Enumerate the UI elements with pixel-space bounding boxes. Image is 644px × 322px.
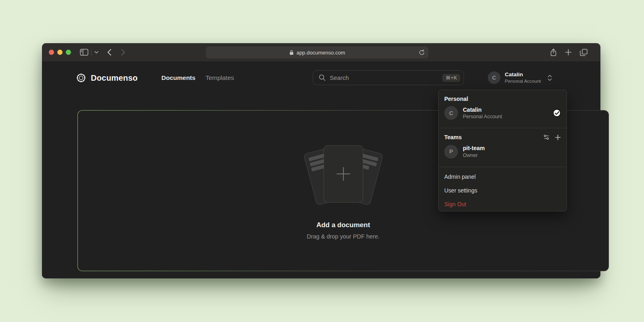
zoom-window-button[interactable] [66, 50, 71, 55]
menu-item-sign-out[interactable]: Sign Out [439, 197, 567, 211]
avatar: C [488, 71, 500, 84]
menu-item-user-settings[interactable]: User settings [439, 184, 567, 197]
app-content: Documenso Documents Templates Search ⌘+K… [42, 61, 600, 278]
documenso-logo-icon [76, 73, 86, 83]
account-subtitle: Personal Account [505, 78, 541, 84]
account-menu-button[interactable]: C Catalin Personal Account [488, 71, 552, 84]
browser-window: app.documenso.com [42, 43, 600, 278]
window-controls [49, 50, 71, 55]
minimize-window-button[interactable] [57, 50, 63, 55]
search-input[interactable]: Search ⌘+K [313, 70, 464, 85]
card-center [324, 145, 363, 203]
document-stack-illustration [299, 142, 388, 210]
account-dropdown-menu: Personal C Catalin Personal Account [438, 90, 567, 211]
manage-teams-icon[interactable] [543, 134, 550, 140]
selected-check-icon [553, 109, 561, 117]
tab-group-chevron-icon[interactable] [94, 51, 98, 54]
browser-toolbar: app.documenso.com [42, 43, 600, 61]
search-shortcut-badge: ⌘+K [442, 74, 460, 82]
add-team-icon[interactable] [555, 134, 561, 140]
menu-heading-personal: Personal [443, 95, 562, 102]
reload-icon[interactable] [419, 49, 425, 56]
search-placeholder: Search [330, 74, 442, 81]
plus-icon [335, 165, 352, 183]
forward-button[interactable] [121, 49, 125, 56]
menu-item-personal-account[interactable]: C Catalin Personal Account [443, 102, 562, 121]
personal-account-name: Catalin [463, 106, 502, 113]
app-header: Documenso Documents Templates Search ⌘+K… [76, 70, 567, 86]
tab-overview-icon[interactable] [580, 49, 588, 56]
nav-documents[interactable]: Documents [161, 74, 195, 82]
avatar: P [444, 145, 458, 159]
main-nav: Documents Templates [161, 70, 234, 86]
back-button[interactable] [107, 49, 111, 56]
chevrons-up-down-icon [548, 75, 552, 81]
menu-heading-teams: Teams [444, 134, 462, 140]
nav-templates[interactable]: Templates [205, 74, 234, 82]
share-icon[interactable] [550, 48, 557, 56]
menu-item-admin-panel[interactable]: Admin panel [439, 170, 567, 184]
address-text: app.documenso.com [297, 50, 345, 56]
toolbar-divider [91, 49, 92, 56]
sidebar-toggle-icon[interactable] [80, 49, 88, 56]
team-role: Owner [463, 152, 485, 159]
personal-account-subtitle: Personal Account [463, 113, 502, 120]
address-bar[interactable]: app.documenso.com [206, 46, 429, 59]
dropzone-subtitle: Drag & drop your PDF here. [307, 233, 380, 240]
lock-icon [289, 50, 294, 55]
close-window-button[interactable] [49, 50, 54, 55]
brand-name: Documenso [91, 73, 138, 83]
new-tab-icon[interactable] [565, 49, 572, 56]
menu-item-team[interactable]: P pit-team Owner [443, 140, 562, 159]
search-icon [319, 74, 326, 81]
account-name: Catalin [505, 71, 541, 78]
dropzone-title: Add a document [316, 221, 370, 229]
avatar: C [444, 106, 458, 120]
brand[interactable]: Documenso [76, 70, 138, 86]
team-name: pit-team [463, 144, 485, 152]
